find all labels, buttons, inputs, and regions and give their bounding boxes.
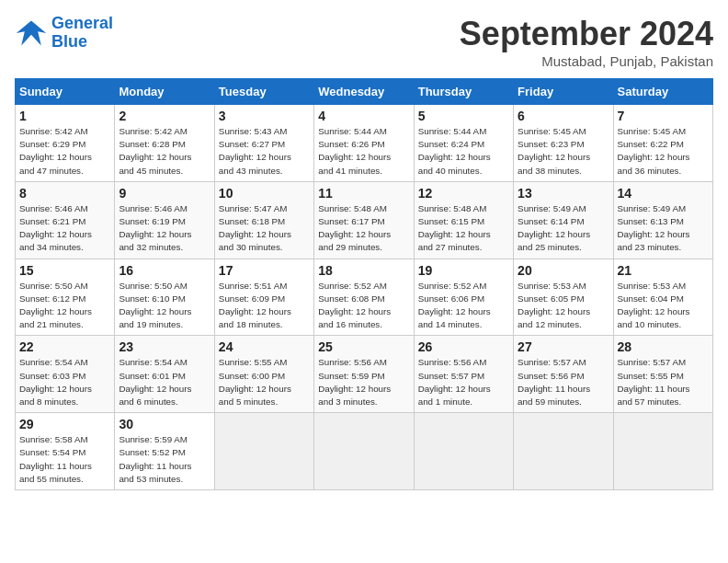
calendar-cell: 22Sunrise: 5:54 AM Sunset: 6:03 PM Dayli… — [16, 336, 115, 413]
day-info: Sunrise: 5:48 AM Sunset: 6:17 PM Dayligh… — [318, 202, 409, 255]
day-info: Sunrise: 5:50 AM Sunset: 6:10 PM Dayligh… — [119, 280, 210, 332]
day-number: 28 — [618, 339, 709, 354]
day-number: 5 — [418, 109, 509, 123]
day-number: 3 — [219, 109, 310, 123]
calendar-cell: 24Sunrise: 5:55 AM Sunset: 6:00 PM Dayli… — [214, 336, 313, 413]
day-number: 9 — [119, 186, 210, 201]
calendar-cell: 9Sunrise: 5:46 AM Sunset: 6:19 PM Daylig… — [115, 181, 214, 259]
day-info: Sunrise: 5:52 AM Sunset: 6:08 PM Dayligh… — [318, 280, 409, 332]
logo-text: General Blue — [51, 15, 113, 52]
location-subtitle: Mustabad, Punjab, Pakistan — [460, 53, 713, 69]
calendar-cell: 4Sunrise: 5:44 AM Sunset: 6:26 PM Daylig… — [314, 105, 414, 182]
calendar-cell — [414, 413, 513, 490]
day-info: Sunrise: 5:54 AM Sunset: 6:01 PM Dayligh… — [119, 356, 210, 408]
calendar-cell: 28Sunrise: 5:57 AM Sunset: 5:55 PM Dayli… — [613, 336, 712, 413]
day-number: 1 — [19, 109, 110, 123]
weekday-header-monday: Monday — [115, 79, 214, 105]
calendar-cell: 23Sunrise: 5:54 AM Sunset: 6:01 PM Dayli… — [115, 336, 214, 413]
day-info: Sunrise: 5:54 AM Sunset: 6:03 PM Dayligh… — [19, 356, 110, 408]
day-number: 26 — [418, 339, 509, 354]
day-number: 6 — [518, 109, 609, 123]
day-number: 7 — [618, 109, 709, 123]
day-number: 13 — [518, 186, 609, 201]
weekday-header-friday: Friday — [514, 79, 613, 105]
calendar-cell: 8Sunrise: 5:46 AM Sunset: 6:21 PM Daylig… — [16, 181, 115, 259]
day-info: Sunrise: 5:43 AM Sunset: 6:27 PM Dayligh… — [219, 125, 310, 178]
day-info: Sunrise: 5:44 AM Sunset: 6:26 PM Dayligh… — [318, 125, 409, 178]
calendar-cell: 27Sunrise: 5:57 AM Sunset: 5:56 PM Dayli… — [514, 336, 613, 413]
calendar-cell — [613, 413, 712, 490]
day-info: Sunrise: 5:56 AM Sunset: 5:57 PM Dayligh… — [418, 356, 509, 408]
day-number: 19 — [418, 263, 509, 278]
day-number: 22 — [19, 339, 110, 354]
logo-icon — [15, 17, 48, 50]
day-info: Sunrise: 5:58 AM Sunset: 5:54 PM Dayligh… — [19, 433, 110, 486]
day-number: 30 — [119, 417, 210, 431]
calendar-cell: 3Sunrise: 5:43 AM Sunset: 6:27 PM Daylig… — [214, 105, 313, 182]
day-number: 27 — [518, 339, 609, 354]
day-info: Sunrise: 5:57 AM Sunset: 5:56 PM Dayligh… — [518, 356, 609, 408]
day-info: Sunrise: 5:53 AM Sunset: 6:04 PM Dayligh… — [618, 280, 709, 332]
weekday-header-saturday: Saturday — [613, 79, 712, 105]
weekday-header-wednesday: Wednesday — [314, 79, 414, 105]
calendar-cell: 19Sunrise: 5:52 AM Sunset: 6:06 PM Dayli… — [414, 259, 513, 336]
day-number: 29 — [19, 417, 110, 431]
day-number: 14 — [618, 186, 709, 201]
day-info: Sunrise: 5:49 AM Sunset: 6:13 PM Dayligh… — [618, 202, 709, 255]
day-number: 15 — [19, 263, 110, 278]
day-number: 24 — [219, 339, 310, 354]
calendar-table: SundayMondayTuesdayWednesdayThursdayFrid… — [15, 78, 713, 490]
day-number: 18 — [318, 263, 409, 278]
day-number: 12 — [418, 186, 509, 201]
page-header: General Blue September 2024 Mustabad, Pu… — [15, 15, 713, 69]
day-info: Sunrise: 5:42 AM Sunset: 6:29 PM Dayligh… — [19, 125, 110, 178]
day-number: 11 — [318, 186, 409, 201]
weekday-header-thursday: Thursday — [414, 79, 513, 105]
title-block: September 2024 Mustabad, Punjab, Pakista… — [460, 15, 713, 69]
month-title: September 2024 — [460, 15, 713, 53]
calendar-cell — [514, 413, 613, 490]
calendar-cell: 5Sunrise: 5:44 AM Sunset: 6:24 PM Daylig… — [414, 105, 513, 182]
calendar-week-5: 29Sunrise: 5:58 AM Sunset: 5:54 PM Dayli… — [16, 413, 713, 490]
calendar-cell: 6Sunrise: 5:45 AM Sunset: 6:23 PM Daylig… — [514, 105, 613, 182]
calendar-cell: 25Sunrise: 5:56 AM Sunset: 5:59 PM Dayli… — [314, 336, 414, 413]
calendar-week-2: 8Sunrise: 5:46 AM Sunset: 6:21 PM Daylig… — [16, 181, 713, 259]
day-number: 2 — [119, 109, 210, 123]
day-info: Sunrise: 5:59 AM Sunset: 5:52 PM Dayligh… — [119, 433, 210, 486]
day-info: Sunrise: 5:52 AM Sunset: 6:06 PM Dayligh… — [418, 280, 509, 332]
calendar-week-3: 15Sunrise: 5:50 AM Sunset: 6:12 PM Dayli… — [16, 259, 713, 336]
calendar-cell: 10Sunrise: 5:47 AM Sunset: 6:18 PM Dayli… — [214, 181, 313, 259]
day-info: Sunrise: 5:55 AM Sunset: 6:00 PM Dayligh… — [219, 356, 310, 408]
svg-marker-0 — [17, 20, 46, 45]
calendar-cell: 29Sunrise: 5:58 AM Sunset: 5:54 PM Dayli… — [16, 413, 115, 490]
day-info: Sunrise: 5:49 AM Sunset: 6:14 PM Dayligh… — [518, 202, 609, 255]
calendar-cell: 11Sunrise: 5:48 AM Sunset: 6:17 PM Dayli… — [314, 181, 414, 259]
day-number: 23 — [119, 339, 210, 354]
day-info: Sunrise: 5:45 AM Sunset: 6:22 PM Dayligh… — [618, 125, 709, 178]
calendar-cell: 12Sunrise: 5:48 AM Sunset: 6:15 PM Dayli… — [414, 181, 513, 259]
weekday-header-sunday: Sunday — [16, 79, 115, 105]
day-info: Sunrise: 5:47 AM Sunset: 6:18 PM Dayligh… — [219, 202, 310, 255]
weekday-header-tuesday: Tuesday — [214, 79, 313, 105]
logo: General Blue — [15, 15, 113, 52]
calendar-week-1: 1Sunrise: 5:42 AM Sunset: 6:29 PM Daylig… — [16, 105, 713, 182]
day-number: 17 — [219, 263, 310, 278]
day-number: 25 — [318, 339, 409, 354]
day-info: Sunrise: 5:51 AM Sunset: 6:09 PM Dayligh… — [219, 280, 310, 332]
day-number: 10 — [219, 186, 310, 201]
day-info: Sunrise: 5:45 AM Sunset: 6:23 PM Dayligh… — [518, 125, 609, 178]
calendar-cell — [314, 413, 414, 490]
calendar-cell: 30Sunrise: 5:59 AM Sunset: 5:52 PM Dayli… — [115, 413, 214, 490]
calendar-cell: 26Sunrise: 5:56 AM Sunset: 5:57 PM Dayli… — [414, 336, 513, 413]
calendar-cell: 21Sunrise: 5:53 AM Sunset: 6:04 PM Dayli… — [613, 259, 712, 336]
day-info: Sunrise: 5:56 AM Sunset: 5:59 PM Dayligh… — [318, 356, 409, 408]
day-number: 20 — [518, 263, 609, 278]
calendar-cell: 20Sunrise: 5:53 AM Sunset: 6:05 PM Dayli… — [514, 259, 613, 336]
calendar-cell: 2Sunrise: 5:42 AM Sunset: 6:28 PM Daylig… — [115, 105, 214, 182]
day-info: Sunrise: 5:42 AM Sunset: 6:28 PM Dayligh… — [119, 125, 210, 178]
calendar-week-4: 22Sunrise: 5:54 AM Sunset: 6:03 PM Dayli… — [16, 336, 713, 413]
calendar-cell: 18Sunrise: 5:52 AM Sunset: 6:08 PM Dayli… — [314, 259, 414, 336]
day-info: Sunrise: 5:48 AM Sunset: 6:15 PM Dayligh… — [418, 202, 509, 255]
day-info: Sunrise: 5:44 AM Sunset: 6:24 PM Dayligh… — [418, 125, 509, 178]
day-info: Sunrise: 5:46 AM Sunset: 6:19 PM Dayligh… — [119, 202, 210, 255]
